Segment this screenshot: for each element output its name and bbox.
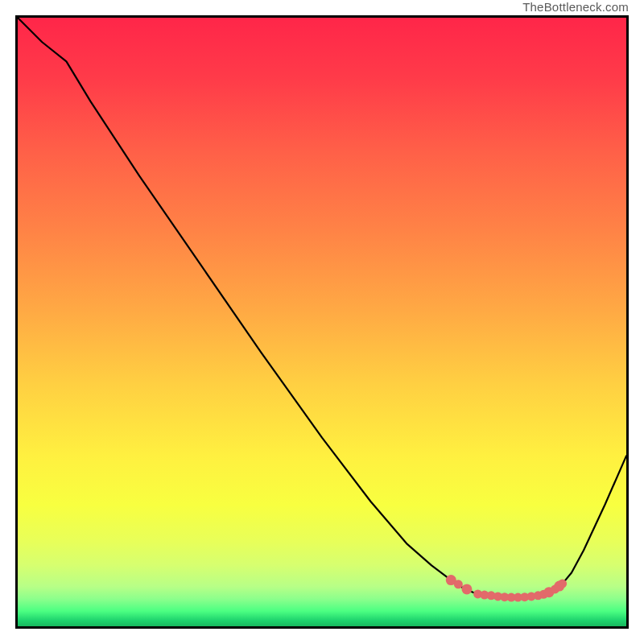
chart-plot-area (15, 15, 629, 629)
attribution-text: TheBottleneck.com (522, 0, 629, 14)
svg-rect-0 (18, 18, 626, 626)
background-gradient (18, 18, 626, 626)
